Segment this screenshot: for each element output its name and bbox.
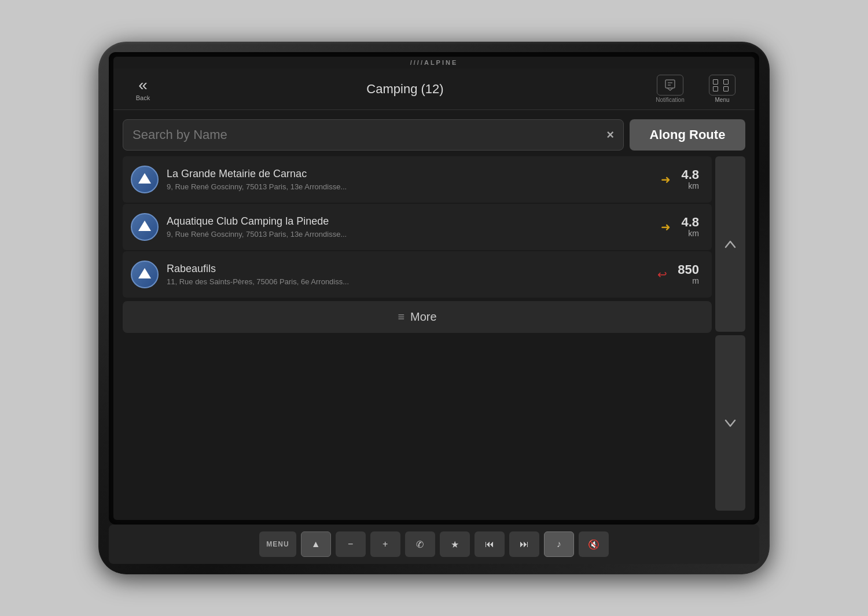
result-distance: 4.8 km: [681, 168, 699, 190]
menu-ctrl-label: MENU: [266, 540, 289, 548]
distance-unit: km: [688, 181, 699, 190]
notification-button[interactable]: Notification: [647, 75, 693, 103]
page-title: Camping (12): [163, 82, 647, 97]
tent-icon: [138, 221, 151, 231]
nav-ctrl-button[interactable]: ▲: [301, 531, 331, 557]
device: ////ALPINE « Back Camping (12): [98, 42, 770, 574]
music-icon: ♪: [557, 539, 561, 549]
star-icon: ★: [451, 539, 459, 550]
menu-grid-icon: [709, 75, 735, 96]
result-distance: 850 m: [678, 263, 699, 285]
poi-icon: [131, 166, 159, 193]
minus-button[interactable]: −: [336, 531, 366, 557]
notification-icon: [657, 75, 683, 96]
search-clear-icon[interactable]: ×: [606, 127, 614, 142]
screen: ////ALPINE « Back Camping (12): [113, 57, 755, 520]
poi-icon: [131, 213, 159, 241]
nav-ctrl-icon: ▲: [311, 539, 321, 549]
search-box[interactable]: Search by Name ×: [123, 119, 624, 151]
distance-unit: m: [692, 276, 699, 285]
result-text: Rabeaufils 11, Rue des Saints-Pères, 750…: [167, 263, 649, 286]
search-placeholder: Search by Name: [133, 127, 606, 142]
back-label: Back: [136, 94, 150, 101]
results-list: La Grande Metairie de Carnac 9, Rue René…: [123, 156, 712, 511]
scroll-buttons: [715, 156, 745, 511]
plus-button[interactable]: +: [370, 531, 400, 557]
notification-label: Notification: [656, 97, 684, 103]
brand-name: ////ALPINE: [410, 59, 458, 66]
result-text: Aquatique Club Camping la Pinede 9, Rue …: [167, 215, 653, 239]
result-name: Aquatique Club Camping la Pinede: [167, 215, 653, 228]
route-arrow-icon: ➜: [661, 220, 671, 234]
along-route-button[interactable]: Along Route: [630, 119, 745, 151]
favorites-button[interactable]: ★: [440, 531, 470, 557]
distance-value: 4.8: [681, 168, 699, 181]
result-address: 9, Rue René Goscinny, 75013 Paris, 13e A…: [167, 230, 653, 239]
result-item[interactable]: Rabeaufils 11, Rue des Saints-Pères, 750…: [123, 251, 712, 298]
next-icon: ⏭: [520, 539, 529, 549]
plus-icon: +: [382, 539, 388, 549]
result-address: 11, Rue des Saints-Pères, 75006 Paris, 6…: [167, 277, 649, 286]
route-arrow-icon: ↩: [657, 267, 667, 281]
along-route-label: Along Route: [650, 127, 726, 142]
next-track-button[interactable]: ⏭: [509, 531, 539, 557]
more-icon: ≡: [398, 310, 404, 324]
header: « Back Camping (12) Notification: [113, 68, 755, 110]
menu-label: Menu: [715, 97, 729, 103]
search-row: Search by Name × Along Route: [123, 119, 745, 151]
more-label: More: [410, 310, 437, 324]
scroll-up-button[interactable]: [715, 156, 745, 332]
tent-icon: [138, 268, 151, 278]
prev-icon: ⏮: [485, 539, 494, 549]
result-item[interactable]: La Grande Metairie de Carnac 9, Rue René…: [123, 156, 712, 203]
back-chevron-icon: «: [138, 77, 148, 93]
distance-value: 4.8: [681, 216, 699, 229]
music-button[interactable]: ♪: [544, 531, 574, 557]
result-item[interactable]: Aquatique Club Camping la Pinede 9, Rue …: [123, 204, 712, 250]
more-button[interactable]: ≡ More: [123, 301, 712, 333]
poi-icon: [131, 261, 159, 288]
mute-button[interactable]: 🔇: [579, 531, 609, 557]
back-button[interactable]: « Back: [123, 77, 163, 101]
brand-bar: ////ALPINE: [113, 57, 755, 68]
menu-button[interactable]: Menu: [699, 75, 745, 103]
main-content: Search by Name × Along Route: [113, 110, 755, 520]
result-name: Rabeaufils: [167, 263, 649, 275]
route-arrow-icon: ➜: [661, 173, 671, 186]
phone-icon: ✆: [416, 539, 424, 550]
result-name: La Grande Metairie de Carnac: [167, 168, 653, 180]
result-text: La Grande Metairie de Carnac 9, Rue René…: [167, 168, 653, 191]
distance-value: 850: [678, 263, 699, 276]
result-address: 9, Rue René Goscinny, 75013 Paris, 13e A…: [167, 182, 653, 191]
menu-ctrl-button[interactable]: MENU: [259, 531, 296, 557]
mute-icon: 🔇: [588, 539, 599, 550]
prev-track-button[interactable]: ⏮: [475, 531, 505, 557]
bottom-controls: MENU ▲ − + ✆ ★ ⏮ ⏭ ♪ 🔇: [109, 525, 759, 564]
scroll-down-button[interactable]: [715, 335, 745, 511]
screen-bezel: ////ALPINE « Back Camping (12): [109, 52, 759, 525]
distance-unit: km: [688, 229, 699, 238]
result-distance: 4.8 km: [681, 216, 699, 238]
tent-icon: [138, 173, 151, 184]
phone-button[interactable]: ✆: [405, 531, 435, 557]
results-area: La Grande Metairie de Carnac 9, Rue René…: [123, 156, 745, 511]
minus-icon: −: [348, 539, 353, 549]
